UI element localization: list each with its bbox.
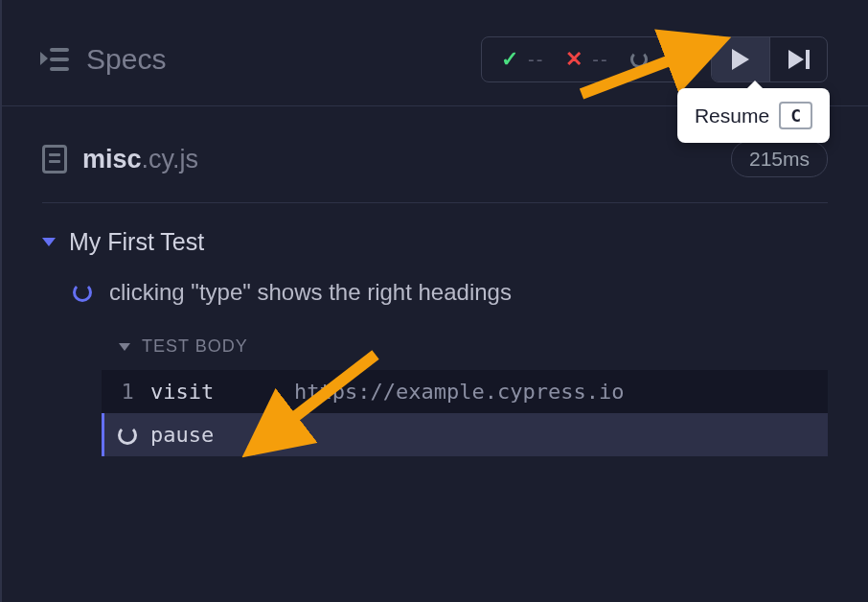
annotation-arrow xyxy=(232,350,385,475)
specs-label: Specs xyxy=(86,43,166,76)
specs-nav[interactable]: Specs xyxy=(42,43,166,76)
command-index: 1 xyxy=(104,380,150,404)
suite-name: My First Test xyxy=(69,228,204,256)
step-button[interactable] xyxy=(769,37,827,81)
test-title: clicking "type" shows the right headings xyxy=(109,279,512,306)
stat-passed: ✓ -- xyxy=(501,47,544,72)
test-body-toggle[interactable]: TEST BODY xyxy=(102,325,828,370)
duration-badge: 215ms xyxy=(731,141,828,177)
spec-file-name: misc.cy.js xyxy=(82,145,198,174)
step-icon xyxy=(788,50,810,69)
chevron-down-icon xyxy=(42,238,56,246)
test-case-row[interactable]: clicking "type" shows the right headings xyxy=(42,256,828,325)
resume-tooltip: Resume C xyxy=(677,88,830,143)
specs-icon xyxy=(42,48,69,71)
check-icon: ✓ xyxy=(501,47,518,72)
tooltip-shortcut-key: C xyxy=(779,102,812,129)
command-row-visit[interactable]: 1 visit https://example.cypress.io xyxy=(102,370,828,413)
command-row-pause[interactable]: pause xyxy=(102,413,828,456)
suite-toggle[interactable]: My First Test xyxy=(42,228,828,256)
running-spinner-icon xyxy=(73,283,92,302)
file-icon xyxy=(42,145,67,174)
svg-line-3 xyxy=(251,355,376,451)
svg-line-1 xyxy=(582,41,720,94)
running-spinner-icon xyxy=(118,426,137,445)
chevron-down-icon xyxy=(119,343,130,351)
tooltip-text: Resume xyxy=(695,104,769,127)
